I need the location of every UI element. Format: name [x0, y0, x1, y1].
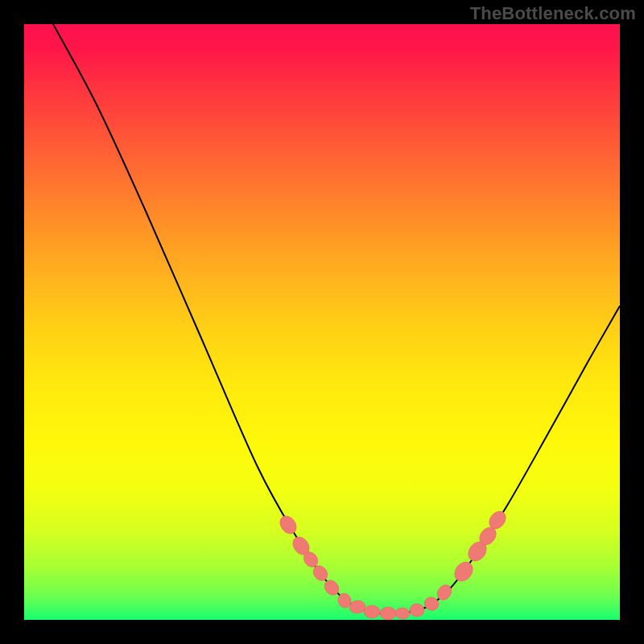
chart-svg	[24, 24, 620, 620]
chart-frame: TheBottleneck.com	[0, 0, 644, 644]
data-marker	[364, 605, 380, 618]
data-marker	[423, 595, 440, 612]
watermark-text: TheBottleneck.com	[470, 3, 636, 24]
data-marker	[395, 607, 411, 619]
bottleneck-curve	[53, 24, 620, 614]
data-markers	[277, 508, 510, 620]
data-marker	[277, 513, 300, 537]
data-marker	[409, 603, 426, 618]
data-marker	[380, 607, 396, 620]
data-marker	[451, 559, 477, 585]
plot-area	[24, 24, 620, 620]
